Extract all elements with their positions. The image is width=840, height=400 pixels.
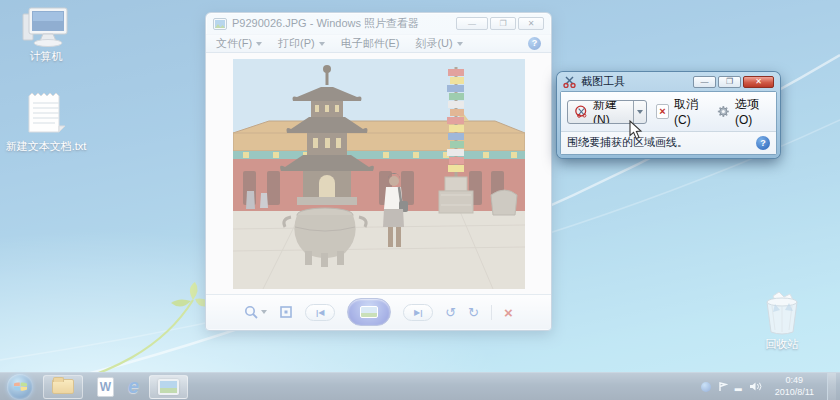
gear-icon xyxy=(717,104,730,119)
status-text: 围绕要捕获的区域画线。 xyxy=(567,135,688,150)
scissors-icon xyxy=(563,76,576,88)
cancel-button[interactable]: × 取消(C) xyxy=(656,96,708,127)
window-title: 截图工具 xyxy=(581,74,625,89)
snipping-tool-statusbar: 围绕要捕获的区域画线。 ? xyxy=(561,132,776,154)
close-button[interactable]: ✕ xyxy=(743,76,774,88)
maximize-button[interactable]: ❐ xyxy=(718,76,741,88)
cancel-x-icon: × xyxy=(656,104,669,119)
options-button[interactable]: 选项(O) xyxy=(717,96,770,127)
snipping-tool-toolbar: 新建(N) × 取消(C) 选项(O) xyxy=(561,92,776,132)
new-snip-icon xyxy=(575,104,588,119)
chevron-down-icon xyxy=(637,110,643,114)
snipping-tool-titlebar[interactable]: 截图工具 — ❐ ✕ xyxy=(560,72,777,91)
snipping-tool-window: 截图工具 — ❐ ✕ 新建(N) xyxy=(557,72,780,158)
snipping-dim-overlay[interactable] xyxy=(0,0,840,400)
help-icon[interactable]: ? xyxy=(756,136,770,150)
mouse-cursor xyxy=(629,120,643,140)
minimize-button[interactable]: — xyxy=(693,76,716,88)
